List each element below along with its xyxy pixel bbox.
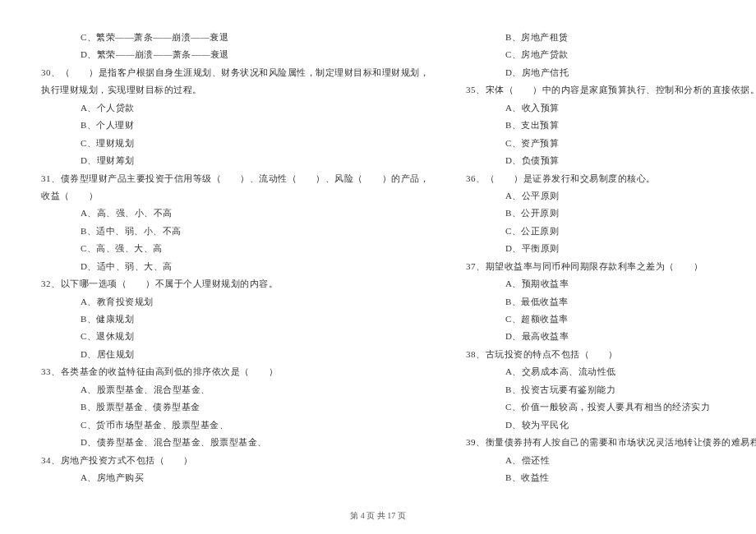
q34-option-a: A、房地产购买: [41, 469, 429, 486]
left-column: C、繁荣——萧条——崩溃——衰退 D、繁荣——崩溃——萧条——衰退 30、（ ）…: [41, 29, 429, 497]
q30-option-a: A、个人贷款: [41, 99, 429, 117]
q31-option-c: C、高、强、大、高: [41, 240, 429, 257]
q35-option-a: A、收入预算: [466, 99, 756, 117]
question-37: 37、期望收益率与同币种同期限存款利率之差为（ ）: [466, 258, 756, 275]
q36-option-d: D、平衡原则: [466, 240, 756, 257]
q34-option-b: B、房地产租赁: [466, 29, 756, 46]
page-footer: 第 4 页 共 17 页: [0, 510, 756, 522]
question-36: 36、（ ）是证券发行和交易制度的核心。: [466, 170, 756, 187]
q37-option-c: C、超额收益率: [466, 311, 756, 328]
q38-option-d: D、较为平民化: [466, 417, 756, 434]
q32-option-d: D、居住规划: [41, 346, 429, 363]
q39-option-b: B、收益性: [466, 469, 756, 486]
q37-option-a: A、预期收益率: [466, 275, 756, 292]
q33-option-a: A、股票型基金、混合型基金、: [41, 381, 429, 398]
question-30: 30、（ ）是指客户根据自身生涯规划、财务状况和风险属性，制定理财目标和理财规划…: [41, 64, 429, 81]
content-columns: C、繁荣——萧条——崩溃——衰退 D、繁荣——崩溃——萧条——衰退 30、（ ）…: [41, 29, 715, 497]
q36-option-a: A、公平原则: [466, 187, 756, 205]
q35-option-d: D、负债预算: [466, 152, 756, 169]
q30-option-c: C、理财规划: [41, 135, 429, 152]
q35-option-b: B、支出预算: [466, 117, 756, 134]
q30-option-d: D、理财筹划: [41, 152, 429, 169]
q38-option-c: C、价值一般较高，投资人要具有相当的经济实力: [466, 398, 756, 416]
question-30-cont: 执行理财规划，实现理财目标的过程。: [41, 81, 429, 99]
q30-option-b: B、个人理财: [41, 117, 429, 134]
q33-option-c: C、货币市场型基金、股票型基金、: [41, 417, 429, 434]
q29-option-d: D、繁荣——崩溃——萧条——衰退: [41, 46, 429, 63]
question-34: 34、房地产投资方式不包括（ ）: [41, 452, 429, 469]
question-35: 35、宋体（ ）中的内容是家庭预算执行、控制和分析的直接依据。: [466, 81, 756, 99]
q37-option-b: B、最低收益率: [466, 293, 756, 311]
q36-option-c: C、公正原则: [466, 223, 756, 240]
q34-option-d: D、房地产信托: [466, 64, 756, 81]
q31-option-a: A、高、强、小、不高: [41, 205, 429, 222]
q38-option-a: A、交易成本高、流动性低: [466, 363, 756, 380]
q35-option-c: C、资产预算: [466, 135, 756, 152]
q32-option-c: C、退休规划: [41, 328, 429, 345]
q32-option-b: B、健康规划: [41, 311, 429, 328]
question-31: 31、债券型理财产品主要投资于信用等级（ ）、流动性（ ）、风险（ ）的产品，: [41, 170, 429, 187]
question-33: 33、各类基金的收益特征由高到低的排序依次是（ ）: [41, 363, 429, 380]
q31-option-b: B、适中、弱、小、不高: [41, 223, 429, 240]
question-39: 39、衡量债券持有人按自己的需要和市场状况灵活地转让债券的难易程度的指标是（ ）: [466, 434, 756, 451]
question-38: 38、古玩投资的特点不包括（ ）: [466, 346, 756, 363]
q29-option-c: C、繁荣——萧条——崩溃——衰退: [41, 29, 429, 46]
q38-option-b: B、投资古玩要有鉴别能力: [466, 381, 756, 398]
q39-option-a: A、偿还性: [466, 452, 756, 469]
q31-option-d: D、适中、弱、大、高: [41, 258, 429, 275]
question-31-cont: 收益（ ）: [41, 187, 429, 205]
question-32: 32、以下哪一选项（ ）不属于个人理财规划的内容。: [41, 275, 429, 292]
q34-option-c: C、房地产贷款: [466, 46, 756, 63]
q33-option-b: B、股票型基金、债券型基金: [41, 398, 429, 416]
q33-option-d: D、债券型基金、混合型基金、股票型基金、: [41, 434, 429, 451]
q36-option-b: B、公开原则: [466, 205, 756, 222]
q32-option-a: A、教育投资规划: [41, 293, 429, 311]
right-column: B、房地产租赁 C、房地产贷款 D、房地产信托 35、宋体（ ）中的内容是家庭预…: [466, 29, 756, 497]
q37-option-d: D、最高收益率: [466, 328, 756, 345]
